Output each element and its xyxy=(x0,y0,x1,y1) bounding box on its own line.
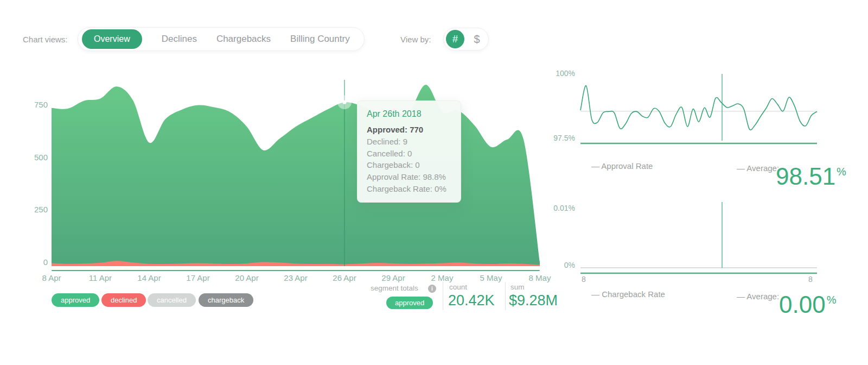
approval-average-value: 98.51% xyxy=(776,165,845,188)
tab-chargebacks[interactable]: Chargebacks xyxy=(216,34,271,45)
tooltip-row-chargeback: Chargeback: 0 xyxy=(367,159,451,171)
tooltip-row-cancelled: Cancelled: 0 xyxy=(367,148,451,160)
chargeback-rate-line-chart[interactable] xyxy=(579,197,818,278)
info-icon[interactable]: i xyxy=(428,285,436,293)
x-axis-tick: 8 Apr xyxy=(33,273,71,282)
tooltip-row-declined: Declined: 9 xyxy=(367,136,451,148)
chart-tooltip: Apr 26th 2018 Approved: 770 Declined: 9 … xyxy=(357,100,461,203)
x-axis-tick: 23 Apr xyxy=(277,273,315,282)
x-axis-tick: 20 Apr xyxy=(228,273,266,282)
chargeback-y-tick-top: 0.01% xyxy=(537,204,575,212)
x-axis-line xyxy=(52,270,540,271)
chargeback-average-label: — Average: xyxy=(737,292,779,301)
x-axis-tick: 26 Apr xyxy=(326,273,363,282)
legend-pill-declined[interactable]: declined xyxy=(101,293,146,307)
x-axis-tick: 2 May xyxy=(423,273,461,282)
view-by-count-button[interactable]: # xyxy=(446,30,464,48)
tooltip-date: Apr 26th 2018 xyxy=(367,109,451,119)
tab-overview[interactable]: Overview xyxy=(82,29,142,49)
tooltip-row-chargeback-rate: Chargeback Rate: 0% xyxy=(367,183,451,195)
y-axis-tick: 250 xyxy=(20,205,48,214)
analytics-dashboard: Chart views: Overview Declines Chargebac… xyxy=(0,0,868,365)
segment-totals-label: segment totals xyxy=(371,284,418,292)
y-axis-tick: 0 xyxy=(20,257,48,267)
sum-value: $9.28M xyxy=(509,292,558,309)
x-axis-tick: 5 May xyxy=(472,273,510,282)
x-axis-tick: 17 Apr xyxy=(179,273,217,282)
approval-y-tick-bottom: 97.5% xyxy=(537,134,575,142)
tab-declines[interactable]: Declines xyxy=(162,34,197,45)
y-axis-tick: 500 xyxy=(20,153,48,162)
count-value: 20.42K xyxy=(448,292,495,309)
legend-pill-cancelled[interactable]: cancelled xyxy=(148,293,196,307)
approval-rate-line-chart[interactable] xyxy=(579,70,818,147)
tooltip-row-approval-rate: Approval Rate: 98.8% xyxy=(367,171,451,183)
legend-pill-chargeback[interactable]: chargeback xyxy=(199,293,253,307)
x-axis-tick: 11 Apr xyxy=(81,273,119,282)
totals-divider xyxy=(443,282,443,310)
view-by-toggle: # $ xyxy=(443,28,489,51)
view-by-amount-button[interactable]: $ xyxy=(469,30,485,48)
tab-billing-country[interactable]: Billing Country xyxy=(290,34,350,45)
tooltip-row-approved: Approved: 770 xyxy=(367,124,451,136)
chargeback-average-value: 0.00% xyxy=(779,293,835,317)
approval-y-tick-top: 100% xyxy=(537,69,575,78)
totals-divider xyxy=(505,282,506,310)
x-axis-tick: 29 Apr xyxy=(374,273,412,282)
transactions-area-chart[interactable] xyxy=(52,71,540,272)
chart-views-tabs: Overview Declines Chargebacks Billing Co… xyxy=(78,27,365,51)
segment-approved-pill[interactable]: approved xyxy=(386,297,433,309)
view-by-label: View by: xyxy=(400,35,431,44)
chargeback-x-tick-right: 8 xyxy=(808,275,813,284)
approval-average-label: — Average: xyxy=(737,163,779,173)
chargeback-rate-legend: — Chargeback Rate xyxy=(591,290,665,299)
x-axis-tick: 8 May xyxy=(521,273,559,282)
chargeback-x-tick-left: 8 xyxy=(582,275,586,284)
sum-label: sum xyxy=(510,283,525,291)
chargeback-y-tick-bottom: 0% xyxy=(537,261,575,269)
count-label: count xyxy=(449,283,467,291)
y-axis-tick: 750 xyxy=(20,100,48,109)
approval-rate-legend: — Approval Rate xyxy=(591,161,653,171)
x-axis-tick: 14 Apr xyxy=(130,273,168,282)
chart-views-label: Chart views: xyxy=(23,35,68,44)
legend-pill-approved[interactable]: approved xyxy=(52,293,99,307)
